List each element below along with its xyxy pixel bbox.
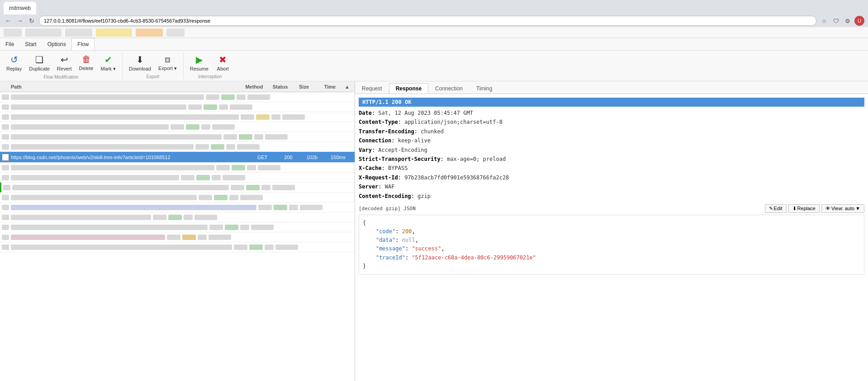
header-name: Transfer-Encoding xyxy=(359,128,414,135)
header-sts: Strict-Transport-Security: max-age=0; pr… xyxy=(359,155,864,164)
profile-icon[interactable]: U xyxy=(854,16,864,26)
header-name: Server xyxy=(359,183,378,190)
flow-row[interactable] xyxy=(0,183,355,193)
col-sort-icon: ▲ xyxy=(345,84,353,89)
bookmark-item[interactable] xyxy=(65,28,92,37)
bookmark-item[interactable] xyxy=(166,28,185,37)
header-colon: : xyxy=(382,165,388,171)
flow-row[interactable] xyxy=(0,212,355,222)
row-method: GET xyxy=(249,155,276,160)
header-colon: : xyxy=(372,110,378,116)
header-name: Vary xyxy=(359,147,372,153)
toolbar-section-export: ⬇ Download ⧈ Export ▾ Export xyxy=(123,52,184,79)
header-colon: : xyxy=(441,156,447,162)
header-value: application/json;charset=utf-8 xyxy=(404,119,503,125)
browser-tabs: mitmweb xyxy=(0,0,868,14)
header-value: keep-alive xyxy=(398,137,431,144)
col-header-method: Method xyxy=(241,84,268,89)
delete-label: Delete xyxy=(79,66,94,71)
shield-icon[interactable]: 🛡 xyxy=(831,16,841,26)
revert-icon: ↩ xyxy=(61,54,68,65)
back-button[interactable]: ← xyxy=(4,16,13,25)
flow-row[interactable] xyxy=(0,193,355,202)
toolbar-buttons-interception: ▶ Resume ✖ Abort xyxy=(187,52,233,73)
replay-button[interactable]: ↺ Replay xyxy=(4,52,24,73)
resume-button[interactable]: ▶ Resume xyxy=(187,52,211,73)
duplicate-icon: ❏ xyxy=(35,54,43,65)
download-icon: ⬇ xyxy=(136,54,144,65)
tab-label: mitmweb xyxy=(9,5,31,11)
flow-row[interactable] xyxy=(0,173,355,183)
bookmark-item[interactable] xyxy=(96,28,132,37)
replace-button[interactable]: ⬇ Replace xyxy=(788,204,820,213)
flow-row[interactable] xyxy=(0,142,355,152)
flow-row[interactable] xyxy=(0,232,355,242)
view-button[interactable]: 👁 View: auto ▼ xyxy=(821,204,864,213)
delete-button[interactable]: 🗑 Delete xyxy=(76,52,96,73)
header-connection: Connection: keep-alive xyxy=(359,136,864,145)
header-name: X-Request-Id xyxy=(359,174,398,181)
tab-response[interactable]: Response xyxy=(389,83,428,94)
row-status: 200 xyxy=(276,155,301,160)
header-value: 97b238acb7fd0f901e59368766fa2c28 xyxy=(404,174,509,181)
bookmark-item[interactable] xyxy=(4,28,22,37)
forward-button[interactable]: → xyxy=(15,16,24,25)
header-name: Content-Encoding xyxy=(359,193,411,199)
menu-options[interactable]: Options xyxy=(42,38,71,50)
abort-button[interactable]: ✖ Abort xyxy=(213,52,233,73)
toolbar-section-interception: ▶ Resume ✖ Abort Interception xyxy=(184,52,237,79)
tab-request[interactable]: Request xyxy=(355,83,389,94)
menu-start[interactable]: Start xyxy=(19,38,42,50)
header-colon: : xyxy=(378,183,384,190)
download-button[interactable]: ⬇ Download xyxy=(126,52,154,73)
flow-row[interactable] xyxy=(0,242,355,252)
revert-label: Revert xyxy=(57,66,71,71)
flow-row-selected[interactable]: https://blog.csdn.net//phoenix/web/v2/sk… xyxy=(0,152,355,163)
mark-button[interactable]: ✔ Mark ▾ xyxy=(98,52,119,74)
main-content: Path Method Status Size Time ▲ xyxy=(0,81,868,381)
bookmark-bar xyxy=(0,27,868,38)
header-value: Sat, 12 Aug 2023 05:45:47 GMT xyxy=(378,110,473,116)
app: File Start Options Flow ↺ Replay ❏ Dupli… xyxy=(0,38,868,381)
tab-timing[interactable]: Timing xyxy=(470,83,499,94)
menu-file[interactable]: File xyxy=(0,38,19,50)
header-colon: : xyxy=(372,147,378,153)
row-time: 150ms xyxy=(323,155,353,160)
header-value: BYPASS xyxy=(388,165,408,171)
response-content: HTTP/1.1 200 OK Date: Sat, 12 Aug 2023 0… xyxy=(355,94,868,381)
header-content-encoding: Content-Encoding: gzip xyxy=(359,192,864,201)
flow-row[interactable] xyxy=(0,132,355,142)
flow-row[interactable] xyxy=(0,122,355,132)
flow-row[interactable] xyxy=(0,202,355,212)
edit-button[interactable]: ✎ Edit xyxy=(765,204,787,213)
flow-row[interactable] xyxy=(0,163,355,173)
row-checkbox[interactable] xyxy=(2,154,9,161)
tab-connection[interactable]: Connection xyxy=(428,83,470,94)
bookmark-item[interactable] xyxy=(136,28,163,37)
flow-row[interactable] xyxy=(0,112,355,122)
section-label-export: Export xyxy=(146,74,159,79)
bookmark-item[interactable] xyxy=(25,28,62,37)
export-button[interactable]: ⧈ Export ▾ xyxy=(156,52,180,73)
revert-button[interactable]: ↩ Revert xyxy=(54,52,74,73)
flow-row[interactable] xyxy=(0,102,355,112)
extensions-icon[interactable]: ⚙ xyxy=(843,16,853,26)
address-input[interactable] xyxy=(39,16,816,26)
flow-row[interactable] xyxy=(0,92,355,102)
header-colon: : xyxy=(391,137,398,144)
browser-chrome: mitmweb ← → ↻ ☆ 🛡 ⚙ U xyxy=(0,0,868,27)
header-value: WAF xyxy=(385,183,395,190)
browser-tab[interactable]: mitmweb xyxy=(4,2,36,14)
header-colon: : xyxy=(414,128,421,135)
menu-flow[interactable]: Flow xyxy=(71,38,95,50)
mark-icon: ✔ xyxy=(104,54,112,65)
duplicate-button[interactable]: ❏ Duplicate xyxy=(26,52,52,73)
flow-row[interactable] xyxy=(0,222,355,232)
flow-list: Path Method Status Size Time ▲ xyxy=(0,81,355,381)
row-path: https://blog.csdn.net//phoenix/web/v2/sk… xyxy=(11,155,249,160)
mark-label: Mark ▾ xyxy=(101,66,116,72)
reload-button[interactable]: ↻ xyxy=(27,16,36,25)
bookmark-icon[interactable]: ☆ xyxy=(819,16,829,26)
view-icon: 👁 xyxy=(825,206,830,211)
row-size: 102b xyxy=(301,155,323,160)
